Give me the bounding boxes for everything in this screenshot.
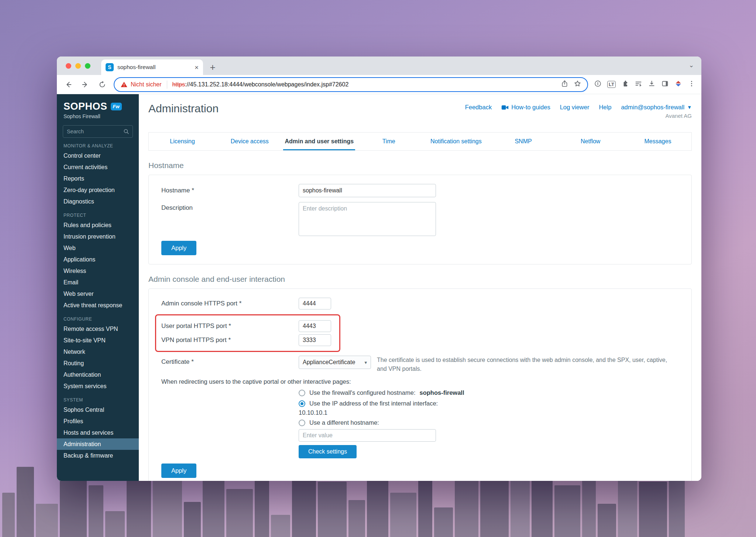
downloads-icon[interactable] [648, 80, 656, 89]
sidebar-item-profiles[interactable]: Profiles [57, 415, 139, 427]
howto-guides-link[interactable]: How-to guides [501, 104, 550, 111]
maximize-window-button[interactable] [85, 63, 90, 69]
radio-ip-first-interface[interactable]: Use the IP address of the first internal… [299, 400, 677, 407]
sidebar-item-active-threat-response[interactable]: Active threat response [57, 300, 139, 311]
circle-extension-icon[interactable] [594, 80, 602, 89]
account-menu[interactable]: admin@sophos-firewall ▼ [621, 104, 692, 111]
search-icon [123, 128, 130, 136]
hostname-label: Hostname * [161, 187, 299, 194]
bookmark-star-icon[interactable] [574, 80, 581, 89]
description-textarea[interactable] [299, 202, 436, 236]
browser-menu-dots-icon[interactable] [688, 80, 695, 89]
product-name: Sophos Firewall [63, 113, 132, 119]
certificate-select[interactable]: ApplianceCertificate ▾ [299, 356, 371, 369]
first-interface-ip: 10.10.10.1 [299, 409, 677, 416]
browser-tab-strip: S sophos-firewall × + ⌄ [57, 57, 701, 75]
sidebar-item-current-activities[interactable]: Current activities [57, 161, 139, 173]
tab-netflow[interactable]: Netflow [557, 133, 624, 150]
extensions-puzzle-icon[interactable] [621, 80, 629, 89]
sidebar-item-web-server[interactable]: Web server [57, 288, 139, 300]
extension-area: LT [594, 80, 695, 89]
radio-checked-icon[interactable] [299, 400, 305, 407]
certificate-label: Certificate * [161, 356, 299, 366]
hostname-input[interactable] [299, 184, 436, 197]
organization-name: Avanet AG [666, 113, 692, 119]
hostname-apply-button[interactable]: Apply [161, 241, 196, 255]
radio-icon[interactable] [299, 390, 305, 396]
admin-apply-button[interactable]: Apply [161, 464, 196, 478]
sidebar-item-rules-and-policies[interactable]: Rules and policies [57, 219, 139, 231]
feedback-link[interactable]: Feedback [465, 104, 492, 111]
redirect-intro-text: When redirecting users to the captive po… [161, 378, 677, 385]
tab-title: sophos-firewall [117, 64, 191, 71]
tab-close-icon[interactable]: × [195, 64, 199, 71]
admin-section-title: Admin console and end-user interaction [148, 275, 692, 284]
admin-port-label: Admin console HTTPS port * [161, 300, 299, 307]
sidebar-item-wireless[interactable]: Wireless [57, 265, 139, 277]
sidebar-item-zero-day-protection[interactable]: Zero-day protection [57, 184, 139, 196]
browser-toolbar: Nicht sicher https://45.131.252.18:4444/… [57, 75, 701, 94]
sidebar-item-web[interactable]: Web [57, 242, 139, 254]
vpn-portal-https-port-input[interactable] [299, 334, 331, 346]
colored-extension-icon[interactable] [674, 80, 682, 89]
radio-configured-hostname[interactable]: Use the firewall's configured hostname: … [299, 389, 677, 396]
back-icon[interactable] [63, 79, 74, 90]
tab-device-access[interactable]: Device access [216, 133, 283, 150]
sophos-logo: SOPHOS Fw Sophos Firewall [57, 94, 139, 119]
tab-snmp[interactable]: SNMP [489, 133, 557, 150]
sidebar-item-sophos-central[interactable]: Sophos Central [57, 404, 139, 415]
sidebar-item-applications[interactable]: Applications [57, 254, 139, 265]
radio-different-hostname[interactable]: Use a different hostname: [299, 419, 677, 426]
check-settings-button[interactable]: Check settings [299, 445, 357, 458]
side-panel-icon[interactable] [661, 80, 669, 89]
address-bar[interactable]: Nicht sicher https://45.131.252.18:4444/… [114, 77, 588, 92]
tab-time[interactable]: Time [355, 133, 422, 150]
chevron-down-icon: ▼ [687, 105, 692, 110]
sidebar-item-backup-firmware[interactable]: Backup & firmware [57, 450, 139, 461]
browser-tab[interactable]: S sophos-firewall × [101, 59, 203, 75]
reload-icon[interactable] [97, 79, 108, 90]
sidebar-item-diagnostics[interactable]: Diagnostics [57, 196, 139, 207]
close-window-button[interactable] [66, 63, 71, 69]
sidebar-search-input[interactable] [63, 125, 133, 138]
log-viewer-link[interactable]: Log viewer [560, 104, 590, 111]
sidebar-item-email[interactable]: Email [57, 277, 139, 288]
tab-admin-and-user-settings[interactable]: Admin and user settings [283, 133, 355, 150]
minimize-window-button[interactable] [75, 63, 81, 69]
sidebar-item-reports[interactable]: Reports [57, 173, 139, 184]
admin-https-port-input[interactable] [299, 298, 331, 309]
sidebar-item-control-center[interactable]: Control center [57, 150, 139, 161]
configured-hostname-value: sophos-firewall [419, 389, 464, 396]
sidebar-item-authentication[interactable]: Authentication [57, 369, 139, 380]
help-link[interactable]: Help [599, 104, 611, 111]
sidebar-item-site-to-site-vpn[interactable]: Site-to-site VPN [57, 335, 139, 346]
sidebar-item-intrusion-prevention[interactable]: Intrusion prevention [57, 231, 139, 242]
sidebar-item-routing[interactable]: Routing [57, 358, 139, 369]
share-icon[interactable] [561, 80, 568, 89]
tab-search-chevron-icon[interactable]: ⌄ [689, 61, 694, 69]
different-hostname-input[interactable] [299, 429, 436, 442]
new-tab-button[interactable]: + [206, 61, 219, 74]
vpn-port-label: VPN portal HTTPS port * [161, 336, 299, 344]
browser-window: S sophos-firewall × + ⌄ Nicht sicher htt… [57, 57, 701, 481]
tab-notification-settings[interactable]: Notification settings [422, 133, 489, 150]
warning-triangle-icon [120, 81, 128, 88]
sidebar-item-hosts-and-services[interactable]: Hosts and services [57, 427, 139, 438]
sidebar-item-system-services[interactable]: System services [57, 380, 139, 392]
sophos-wordmark: SOPHOS [63, 101, 107, 112]
section-label-system: SYSTEM [63, 397, 132, 403]
forward-icon[interactable] [80, 79, 91, 90]
section-label-protect: PROTECT [63, 213, 132, 218]
sidebar-item-network[interactable]: Network [57, 346, 139, 358]
hostname-card: Hostname * Description Apply [148, 175, 692, 264]
url-text[interactable]: https://45.131.252.18:4444/webconsole/we… [172, 81, 349, 88]
tab-messages[interactable]: Messages [624, 133, 691, 150]
tab-licensing[interactable]: Licensing [149, 133, 216, 150]
sidebar-item-administration[interactable]: Administration [57, 438, 139, 450]
radio-icon[interactable] [299, 420, 305, 426]
reading-list-icon[interactable] [635, 80, 642, 89]
sidebar-item-remote-access-vpn[interactable]: Remote access VPN [57, 323, 139, 335]
user-portal-https-port-input[interactable] [299, 320, 331, 332]
lt-extension-icon[interactable]: LT [607, 81, 616, 88]
security-warning-label[interactable]: Nicht sicher [131, 81, 162, 88]
